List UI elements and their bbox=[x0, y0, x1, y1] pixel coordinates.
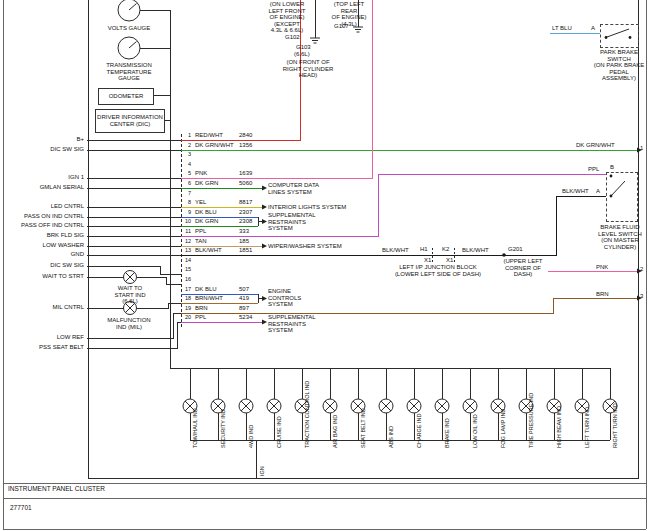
left-signal-label: LOW WASHER bbox=[0, 242, 84, 249]
indicator-lamp-label: TOW/HAUL IND bbox=[192, 374, 199, 448]
connector-pin-number: 1 bbox=[182, 132, 191, 139]
brake-fluid-switch-box bbox=[606, 172, 638, 222]
arrowhead-icon bbox=[262, 243, 267, 248]
pnk-exit-label: PNK bbox=[596, 264, 608, 271]
wire-color-label: PPL bbox=[195, 314, 206, 321]
g103-name: G103 bbox=[296, 44, 311, 51]
cluster-footer-label: INSTRUMENT PANEL CLUSTER bbox=[8, 486, 105, 493]
odometer-box: ODOMETER bbox=[98, 88, 154, 105]
junction-block-label: LEFT I/P JUNCTION BLOCK (LOWER LEFT SIDE… bbox=[388, 264, 488, 277]
figure-number: 277701 bbox=[10, 505, 32, 512]
park-brake-switch-label: PARK BRAKE SWITCH (ON PARK BRAKE PEDAL A… bbox=[592, 49, 646, 82]
wire-color-label: YEL bbox=[195, 199, 206, 206]
exit-tag-2: 2 bbox=[640, 266, 643, 273]
left-signal-label: MIL CNTRL bbox=[0, 304, 84, 311]
lt-blu-wire-label: LT BLU bbox=[552, 25, 572, 32]
left-signal-label: DIC SW SIG bbox=[0, 262, 84, 269]
park-brake-switch-box bbox=[600, 24, 639, 48]
jb-pin-h1: H1 bbox=[420, 246, 428, 253]
indicator-lamp-label: HIGH BEAM IND bbox=[556, 374, 563, 448]
jb-pin-x1-left: X1 bbox=[424, 257, 431, 264]
circuit-number-label: 1356 bbox=[239, 142, 252, 149]
wire-color-label: DK GRN bbox=[195, 218, 218, 225]
g103-note: (6.6L) bbox=[294, 51, 310, 58]
page-border bbox=[3, 0, 646, 529]
dic-box: DRIVER INFORMATION CENTER (DIC) bbox=[95, 109, 165, 133]
g107-location: (TOP LEFT REAR OF ENGINE) (4.3L) bbox=[326, 1, 372, 27]
wire-color-label: TAN bbox=[195, 238, 207, 245]
left-signal-label: WAIT TO STRT bbox=[0, 273, 84, 280]
indicator-lamp-label: BRAKE IND bbox=[444, 374, 451, 448]
left-signal-label: LED CNTRL bbox=[0, 203, 84, 210]
wire-color-label: DK BLU bbox=[195, 286, 217, 293]
indicator-lamp-label: CHARGE IND bbox=[416, 374, 423, 448]
mil-ind-label: MALFUNCTION IND (MIL) bbox=[100, 317, 158, 330]
indicator-lamp-label: ABS IND bbox=[388, 374, 395, 448]
g103-location: (ON FRONT OF RIGHT CYLINDER HEAD) bbox=[282, 59, 334, 79]
wire-color-label: DK GRN bbox=[195, 180, 218, 187]
left-signal-label: BRK FLD SIG bbox=[0, 232, 84, 239]
left-signal-label: PSS SEAT BELT bbox=[0, 344, 84, 351]
wire-color-label: PNK bbox=[195, 170, 207, 177]
indicator-lamp-label: SEAT BELT IND bbox=[360, 374, 367, 448]
jb-pin-x1-right: X1 bbox=[446, 257, 453, 264]
indicator-lamp-label: TRACTION CONTROL IND bbox=[304, 374, 311, 448]
circuit-number-label: 185 bbox=[239, 238, 249, 245]
left-signal-label: LOW REF bbox=[0, 334, 84, 341]
g102-location: (ON LOWER LEFT FRONT OF ENGINE) (EXCEPT … bbox=[266, 1, 308, 34]
circuit-number-label: 507 bbox=[239, 286, 249, 293]
g102-name: G102 bbox=[285, 34, 300, 41]
connector-pin-number: 9 bbox=[182, 209, 191, 216]
wire-color-label: DK GRN/WHT bbox=[195, 142, 234, 149]
circuit-number-label: 8817 bbox=[239, 199, 252, 206]
connector-pin-number: 15 bbox=[182, 266, 191, 273]
wire-color-label: PPL bbox=[195, 228, 206, 235]
connector-pin-number: 20 bbox=[182, 314, 191, 321]
wire-pin19 bbox=[181, 298, 637, 313]
dk-grn-wht-exit-label: DK GRN/WHT bbox=[576, 142, 615, 149]
volts-gauge-label: VOLTS GAUGE bbox=[107, 25, 151, 32]
indicator-lamp-label: LEFT TURN IND bbox=[584, 374, 591, 448]
connector-pin-number: 14 bbox=[182, 257, 191, 264]
indicator-lamp-label: AIR BAG IND bbox=[332, 374, 339, 448]
brn-exit-label: BRN bbox=[596, 291, 609, 298]
wire-color-label: BRN bbox=[195, 305, 208, 312]
circuit-number-label: 897 bbox=[239, 305, 249, 312]
circuit-number-label: 419 bbox=[239, 295, 249, 302]
connector-pin-number: 11 bbox=[182, 228, 191, 235]
connector-pin-number: 6 bbox=[182, 180, 191, 187]
exit-tag-3: 3 bbox=[640, 293, 643, 300]
blk-wht-switch-wire-label: BLK/WHT bbox=[562, 188, 589, 195]
system-srs-upper: SUPPLEMENTAL RESTRAINTS SYSTEM bbox=[268, 212, 316, 232]
left-signal-label: IGN 1 bbox=[0, 174, 84, 181]
connector-pin-number: 16 bbox=[182, 276, 191, 283]
indicator-lamp-label: RIGHT TURN IND bbox=[612, 374, 619, 448]
connector-pin-number: 19 bbox=[182, 305, 191, 312]
system-computer-data: COMPUTER DATA LINES SYSTEM bbox=[268, 182, 319, 195]
g201-name: G201 bbox=[508, 246, 523, 253]
circuit-number-label: 5234 bbox=[239, 314, 252, 321]
circuit-number-label: 5060 bbox=[239, 180, 252, 187]
ground-symbol-g107 bbox=[353, 27, 363, 32]
circuit-number-label: 1851 bbox=[239, 247, 252, 254]
wiring-diagram: VOLTS GAUGE TRANSMISSION TEMPERATURE GAU… bbox=[0, 0, 650, 531]
arrowhead-icon bbox=[262, 204, 267, 209]
brake-fluid-switch-label: BRAKE FLUID LEVEL SWITCH (ON MASTER CYLI… bbox=[592, 224, 648, 250]
g201-location: (UPPER LEFT CORNER OF DASH) bbox=[500, 258, 546, 278]
connector-pin-number: 17 bbox=[182, 286, 191, 293]
circuit-number-label: 1639 bbox=[239, 170, 252, 177]
left-signal-label: GND bbox=[0, 251, 84, 258]
park-brake-pin-a: A bbox=[591, 25, 595, 32]
diagram-lines bbox=[0, 0, 650, 531]
indicator-lamp-label: 4WD IND bbox=[248, 374, 255, 448]
arrowhead-icon bbox=[262, 296, 267, 301]
jb-wire-out-label: BLK/WHT bbox=[462, 247, 489, 254]
wait-to-start-ind-label: WAIT TO START IND (6.6L) bbox=[103, 285, 157, 305]
ground-symbol-g102 bbox=[310, 38, 320, 43]
arrowhead-icon bbox=[262, 319, 267, 324]
connector-pin-number: 5 bbox=[182, 170, 191, 177]
connector-pin-number: 18 bbox=[182, 295, 191, 302]
connector-pin-number: 12 bbox=[182, 238, 191, 245]
wire-color-label: BLK/WHT bbox=[195, 247, 222, 254]
connector-pin-number: 2 bbox=[182, 142, 191, 149]
